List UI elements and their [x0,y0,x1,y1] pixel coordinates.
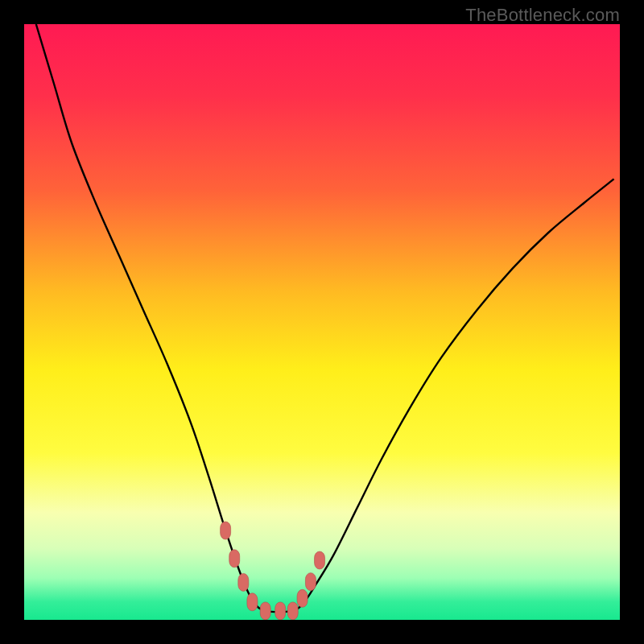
curve-marker [305,573,316,591]
watermark-text: TheBottleneck.com [465,5,620,26]
curve-marker [247,593,258,611]
curve-marker [275,602,286,620]
chart-root: TheBottleneck.com [0,0,644,644]
curve-marker [238,573,249,591]
curve-marker [229,550,240,568]
curve-marker [221,522,231,539]
bottleneck-curve [36,24,614,612]
curve-marker [315,551,325,569]
plot-area [24,24,620,620]
marker-group [221,522,325,620]
curve-marker [297,589,308,607]
curve-marker [260,602,270,620]
curve-marker [287,602,298,620]
curve-layer [24,24,620,620]
